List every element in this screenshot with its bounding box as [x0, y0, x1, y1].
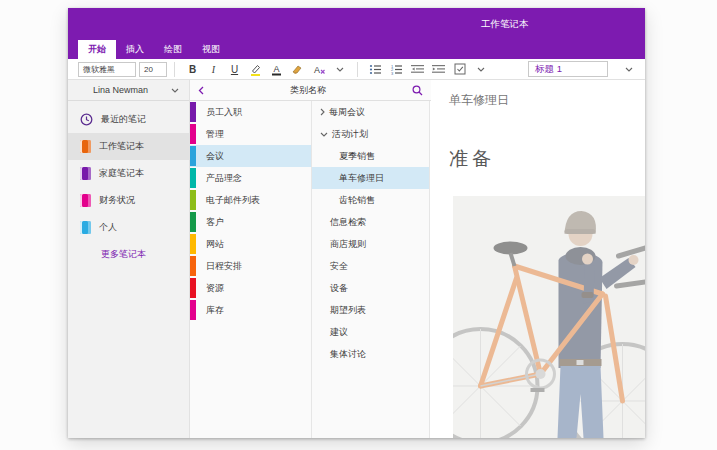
font-color-icon: A [270, 63, 283, 76]
page-label: 夏季销售 [339, 150, 375, 163]
sidebar-item-work-notebook[interactable]: 工作笔记本 [68, 133, 189, 160]
page-label: 单车修理日 [339, 172, 384, 185]
section-color-tab [190, 278, 196, 298]
page-image-bicycle[interactable] [453, 196, 645, 438]
tags-dropdown[interactable] [470, 61, 491, 78]
section-item[interactable]: 客户 [190, 211, 311, 233]
notebook-sidebar: Lina Newman 最近的笔记 工作笔记本 家庭笔记本 [68, 80, 190, 438]
notebook-icon [80, 140, 91, 153]
section-item[interactable]: 产品理念 [190, 167, 311, 189]
page-label: 建议 [330, 326, 348, 339]
page-title[interactable]: 单车修理日 [449, 92, 509, 109]
style-selector[interactable]: 标题 1 [528, 61, 608, 77]
section-label: 管理 [206, 128, 224, 141]
page-item[interactable]: 安全 [312, 255, 429, 277]
outdent-button[interactable] [407, 61, 428, 78]
font-name-select[interactable]: 微软雅黑 [78, 62, 136, 77]
sidebar-item-family-notebook[interactable]: 家庭笔记本 [68, 160, 189, 187]
font-color-button[interactable]: A [266, 61, 287, 78]
section-item[interactable]: 资源 [190, 277, 311, 299]
chevron-down-icon [171, 88, 179, 93]
clear-formatting-icon: A [312, 63, 326, 76]
page-item[interactable]: 设备 [312, 277, 429, 299]
window-title: 工作笔记本 [481, 18, 529, 31]
section-item[interactable]: 库存 [190, 299, 311, 321]
section-color-tab [190, 234, 196, 254]
highlighter-icon [249, 63, 262, 76]
section-item[interactable]: 日程安排 [190, 255, 311, 277]
notebook-icon [80, 221, 91, 234]
tab-draw[interactable]: 绘图 [154, 40, 192, 59]
toolbar-separator [357, 62, 358, 77]
account-switcher[interactable]: Lina Newman [68, 80, 189, 101]
indent-button[interactable] [428, 61, 449, 78]
search-icon[interactable] [412, 85, 423, 96]
page-label: 设备 [330, 282, 348, 295]
italic-button[interactable]: I [203, 61, 224, 78]
tab-home[interactable]: 开始 [78, 40, 116, 59]
sidebar-item-label: 家庭笔记本 [99, 167, 144, 180]
ribbon-toolbar: 微软雅黑 20 B I U A A [68, 59, 645, 80]
chevron-right-icon[interactable] [320, 108, 325, 116]
section-label: 产品理念 [206, 172, 242, 185]
numbered-list-button[interactable]: 1 2 3 [386, 61, 407, 78]
tab-view[interactable]: 视图 [192, 40, 230, 59]
app-body: Lina Newman 最近的笔记 工作笔记本 家庭笔记本 [68, 80, 645, 438]
section-item[interactable]: 员工入职 [190, 101, 311, 123]
font-size-select[interactable]: 20 [139, 62, 167, 77]
indent-icon [432, 64, 445, 75]
ribbon-tabs: 开始 插入 绘图 视图 [68, 40, 645, 59]
section-label: 网站 [206, 238, 224, 251]
page-item[interactable]: 集体讨论 [312, 343, 429, 365]
section-item[interactable]: 网站 [190, 233, 311, 255]
format-painter-button[interactable] [287, 61, 308, 78]
panel-title: 类别名称 [204, 84, 412, 97]
panel-columns: 员工入职 管理 会议 产品理念 [190, 101, 431, 438]
page-item[interactable]: 建议 [312, 321, 429, 343]
chevron-down-icon [336, 67, 344, 72]
clear-formatting-button[interactable]: A [308, 61, 329, 78]
section-color-tab [190, 256, 196, 276]
chevron-down-icon [477, 67, 485, 72]
notebook-icon [80, 194, 91, 207]
todo-tag-button[interactable] [449, 61, 470, 78]
section-item-selected[interactable]: 会议 [190, 145, 311, 167]
section-color-tab [190, 102, 196, 122]
styles-dropdown[interactable] [618, 61, 639, 78]
page-canvas[interactable]: 单车修理日 准备 [431, 80, 645, 438]
page-label: 商店规则 [330, 238, 366, 251]
section-item[interactable]: 电子邮件列表 [190, 189, 311, 211]
tab-insert[interactable]: 插入 [116, 40, 154, 59]
more-notebooks-link[interactable]: 更多笔记本 [68, 241, 189, 268]
page-item[interactable]: 信息检索 [312, 211, 429, 233]
svg-text:A: A [313, 65, 319, 75]
page-item[interactable]: 商店规则 [312, 233, 429, 255]
sidebar-item-recent-notes[interactable]: 最近的笔记 [68, 106, 189, 133]
section-label: 客户 [206, 216, 224, 229]
notebook-icon [80, 167, 91, 180]
section-color-tab [190, 212, 196, 232]
underline-button[interactable]: U [224, 61, 245, 78]
page-item-selected[interactable]: 单车修理日 [312, 167, 429, 189]
page-item-group[interactable]: 活动计划 [312, 123, 429, 145]
font-options-dropdown[interactable] [329, 61, 350, 78]
chevron-down-icon[interactable] [320, 132, 328, 137]
page-item[interactable]: 期望列表 [312, 299, 429, 321]
section-color-tab [190, 146, 196, 166]
section-item[interactable]: 管理 [190, 123, 311, 145]
section-label: 库存 [206, 304, 224, 317]
notebook-list: 最近的笔记 工作笔记本 家庭笔记本 财务状况 个人 更 [68, 101, 189, 268]
page-item[interactable]: 齿轮销售 [312, 189, 429, 211]
page-item-group[interactable]: 每周会议 [312, 101, 429, 123]
sidebar-item-finances[interactable]: 财务状况 [68, 187, 189, 214]
sidebar-item-personal[interactable]: 个人 [68, 214, 189, 241]
page-item[interactable]: 夏季销售 [312, 145, 429, 167]
section-color-tab [190, 300, 196, 320]
highlighter-button[interactable] [245, 61, 266, 78]
page-heading[interactable]: 准备 [449, 146, 495, 172]
bold-button[interactable]: B [182, 61, 203, 78]
toolbar-separator [174, 62, 175, 77]
sidebar-item-label: 个人 [99, 221, 117, 234]
titlebar: 工作笔记本 [68, 8, 645, 40]
bullet-list-button[interactable] [365, 61, 386, 78]
